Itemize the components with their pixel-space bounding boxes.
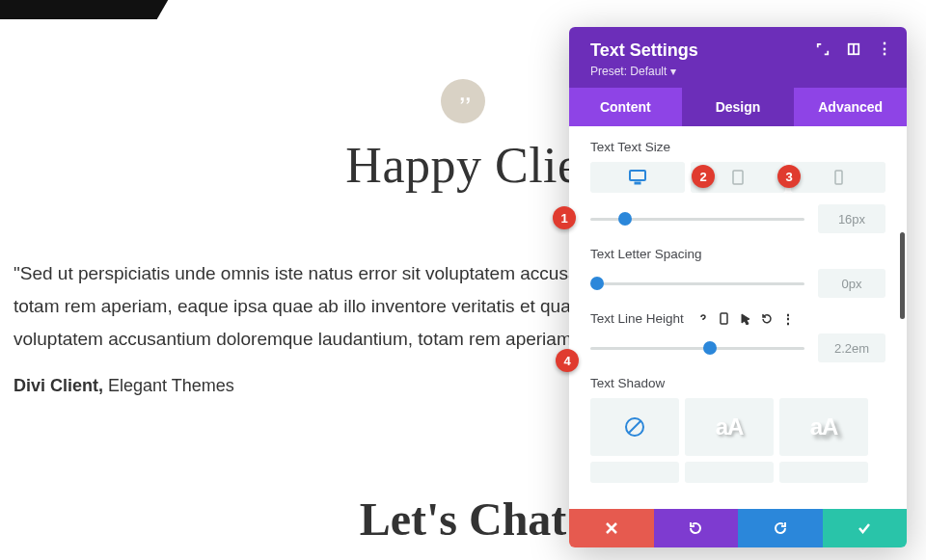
slider-thumb-line-height[interactable] xyxy=(703,341,717,355)
annotation-2: 2 xyxy=(692,165,715,188)
tab-advanced[interactable]: Advanced xyxy=(794,88,907,126)
svg-rect-6 xyxy=(721,313,727,324)
client-company: Elegant Themes xyxy=(103,376,234,395)
client-name: Divi Client, xyxy=(14,376,103,395)
shadow-option-3[interactable] xyxy=(590,462,679,483)
group-line-height: Text Line Height ⋮ 2.2em xyxy=(590,311,885,362)
slider-track-letter-spacing[interactable] xyxy=(590,282,804,285)
more-icon[interactable]: ⋮ xyxy=(878,42,891,56)
responsive-desktop[interactable] xyxy=(590,162,685,193)
responsive-tabs xyxy=(590,162,885,193)
slider-thumb-letter-spacing[interactable] xyxy=(590,277,604,290)
label-line-height-icons: ⋮ xyxy=(697,313,794,325)
slider-line-height: 2.2em xyxy=(590,333,885,362)
shadow-option-1[interactable]: aA xyxy=(685,398,774,456)
quote-icon xyxy=(441,79,485,123)
value-text-size[interactable]: 16px xyxy=(818,204,885,233)
svg-rect-4 xyxy=(733,171,743,184)
scrollbar-thumb[interactable] xyxy=(900,232,905,319)
value-letter-spacing[interactable]: 0px xyxy=(818,269,885,298)
annotation-4: 4 xyxy=(556,349,579,372)
device-icon[interactable] xyxy=(719,313,730,325)
tab-content[interactable]: Content xyxy=(569,88,682,126)
slider-letter-spacing: 0px xyxy=(590,269,885,298)
value-line-height[interactable]: 2.2em xyxy=(818,333,885,362)
panel-tabs: Content Design Advanced xyxy=(569,88,907,126)
group-text-shadow: Text Shadow aA aA xyxy=(590,376,885,483)
column-icon[interactable] xyxy=(847,42,860,56)
label-text-size: Text Text Size xyxy=(590,140,885,154)
options-icon[interactable]: ⋮ xyxy=(782,313,794,325)
group-letter-spacing: Text Letter Spacing 0px xyxy=(590,247,885,298)
shadow-sample-1: aA xyxy=(716,413,744,440)
panel-preset[interactable]: Preset: Default ▾ xyxy=(590,65,889,78)
responsive-phone[interactable] xyxy=(791,162,885,193)
group-text-size: Text Text Size 16px xyxy=(590,140,885,233)
slider-track-text-size[interactable] xyxy=(590,218,804,221)
redo-button[interactable] xyxy=(738,509,823,547)
slider-thumb-text-size[interactable] xyxy=(618,212,632,226)
label-text-shadow: Text Shadow xyxy=(590,376,885,390)
svg-rect-5 xyxy=(835,171,842,184)
undo-button[interactable] xyxy=(654,509,739,547)
shadow-option-5[interactable] xyxy=(779,462,868,483)
label-letter-spacing: Text Letter Spacing xyxy=(590,247,885,261)
confirm-button[interactable] xyxy=(823,509,908,547)
shadow-option-2[interactable]: aA xyxy=(779,398,868,456)
settings-panel: Text Settings Preset: Default ▾ ⋮ Conten… xyxy=(569,27,907,547)
annotation-3: 3 xyxy=(777,165,801,188)
shadow-sample-2: aA xyxy=(810,413,838,440)
shadow-options: aA aA xyxy=(590,398,885,456)
label-line-height-text: Text Line Height xyxy=(590,311,684,326)
shadow-options-row2 xyxy=(590,462,885,483)
annotation-1: 1 xyxy=(553,206,576,229)
corner-banner xyxy=(0,0,190,19)
cancel-button[interactable] xyxy=(569,509,654,547)
reset-icon[interactable] xyxy=(761,313,773,325)
panel-header: Text Settings Preset: Default ▾ ⋮ xyxy=(569,27,907,88)
panel-body: Text Text Size 16px Text L xyxy=(569,126,907,509)
label-line-height: Text Line Height ⋮ xyxy=(590,311,885,326)
svg-line-8 xyxy=(629,421,640,433)
shadow-option-none[interactable] xyxy=(590,398,679,456)
hover-icon[interactable] xyxy=(740,313,751,325)
svg-rect-2 xyxy=(630,171,645,180)
expand-icon[interactable] xyxy=(816,42,830,56)
help-icon[interactable] xyxy=(697,313,709,325)
panel-footer xyxy=(569,509,907,547)
slider-track-line-height[interactable] xyxy=(590,347,804,350)
tab-design[interactable]: Design xyxy=(682,88,795,126)
shadow-option-4[interactable] xyxy=(685,462,774,483)
svg-rect-3 xyxy=(635,182,640,184)
panel-header-icons: ⋮ xyxy=(816,42,891,56)
slider-text-size: 16px xyxy=(590,204,885,233)
